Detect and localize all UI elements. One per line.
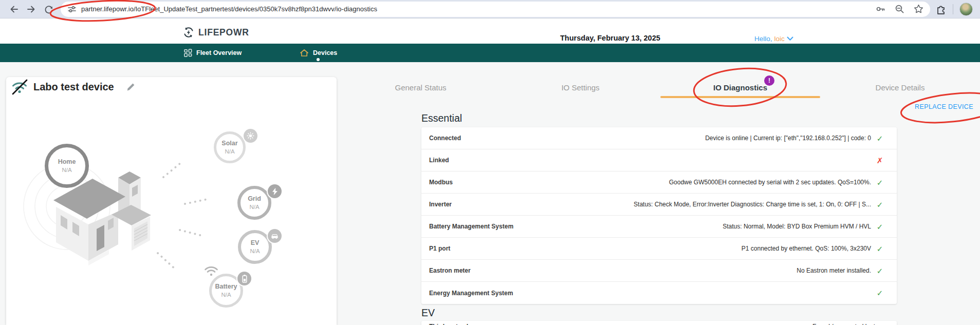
diag-value: Found / connected by t...: [812, 323, 884, 325]
reload-icon: [44, 4, 54, 14]
status-check-icon: ✓: [875, 289, 884, 297]
node-grid: Grid N/A: [237, 186, 271, 220]
ev-badge: [268, 229, 282, 243]
node-value: N/A: [250, 247, 260, 255]
profile-avatar[interactable]: [959, 3, 973, 16]
active-nav-indicator: [317, 58, 320, 61]
diag-label: Connected: [429, 135, 461, 142]
status-check-icon: ✓: [875, 135, 884, 142]
date-label: Thursday, February 13, 2025: [560, 34, 660, 42]
diag-label: Third party charger: [429, 323, 486, 325]
tab-io-settings[interactable]: IO Settings: [501, 77, 660, 99]
node-label: Grid: [248, 195, 261, 203]
diag-value: Status: Normal, Model: BYD Box Premium H…: [723, 223, 875, 230]
sun-icon: [247, 132, 254, 140]
wifi-icon: [203, 265, 219, 277]
grid-icon: [184, 49, 192, 57]
node-label: Solar: [221, 140, 237, 148]
reload-button[interactable]: [40, 2, 58, 17]
diag-label: P1 port: [429, 245, 450, 252]
connector-solar: [163, 163, 181, 177]
username-text: loic: [774, 35, 785, 43]
lifepowr-logo-icon: [182, 26, 195, 39]
status-check-icon: ✓: [875, 223, 884, 231]
extensions-icon[interactable]: [935, 4, 947, 15]
zoom-out-icon[interactable]: [894, 4, 905, 14]
diag-value: Goodwe GW5000EH connected by serial with…: [669, 179, 875, 186]
main-navbar: Fleet Overview Devices: [0, 44, 980, 62]
connector-battery: [158, 253, 176, 270]
diag-row-ems: Energy Management System ✓: [421, 282, 897, 304]
site-settings-icon[interactable]: [67, 4, 77, 14]
car-icon: [270, 232, 279, 240]
nav-label: Devices: [313, 49, 337, 56]
diag-row-eastron-meter: Eastron meter No Eastron meter installed…: [421, 260, 897, 282]
back-button[interactable]: [5, 2, 23, 17]
chevron-down-icon: [787, 36, 793, 41]
solar-badge: [244, 129, 257, 143]
diag-label: Modbus: [429, 179, 453, 186]
section-title-ev: EV: [421, 307, 435, 319]
diag-row-ev-charger: Third party charger Found / connected by…: [421, 321, 897, 325]
diag-row-inverter: Inverter Status: Check Mode, Error:Inver…: [421, 194, 897, 216]
node-value: N/A: [225, 148, 234, 155]
diag-value: Device is online | Current ip: ["eth","1…: [705, 135, 875, 142]
tab-bar: General Status IO Settings IO Diagnostic…: [341, 77, 980, 99]
user-menu[interactable]: Hello, loic: [754, 35, 793, 43]
diag-value: No Eastron meter installed.: [797, 267, 875, 274]
status-check-icon: ✓: [875, 201, 884, 208]
node-value: N/A: [249, 203, 259, 211]
node-label: Battery: [215, 283, 237, 291]
device-panel: Labo test device: [6, 77, 337, 325]
diag-value: Status: Check Mode, Error:Inverter Diagn…: [634, 201, 875, 208]
house-illustration: [6, 77, 337, 325]
browser-toolbar: partner.lifepowr.io/IoTFleet_UpdateTest_…: [0, 0, 980, 18]
house-icon: [300, 49, 309, 57]
node-home: Home N/A: [45, 144, 89, 188]
status-cross-icon: ✗: [875, 157, 884, 164]
toolbar-divider: [953, 4, 953, 14]
diag-label: Eastron meter: [429, 267, 471, 274]
back-arrow-icon: [9, 4, 19, 14]
connector-grid: [185, 199, 207, 204]
diag-row-p1-port: P1 port P1 connected by ethernet. QoS: 1…: [421, 238, 897, 260]
alert-badge: !: [764, 75, 774, 86]
passwords-key-icon[interactable]: [875, 4, 886, 14]
diag-label: Battery Management System: [429, 223, 513, 230]
diag-label: Linked: [429, 157, 449, 164]
tab-io-diagnostics[interactable]: IO Diagnostics: [660, 77, 820, 99]
battery-badge: [237, 272, 251, 285]
node-value: N/A: [221, 291, 231, 298]
diag-row-linked: Linked ✗: [421, 149, 897, 171]
forward-arrow-icon: [26, 4, 36, 14]
bolt-icon: [271, 187, 279, 196]
brand-name: LIFEPOWR: [198, 27, 249, 38]
bookmark-star-icon[interactable]: [913, 4, 924, 14]
brand-logo[interactable]: LIFEPOWR: [182, 26, 249, 39]
connector-ev: [180, 230, 204, 236]
url-bar[interactable]: partner.lifepowr.io/IoTFleet_UpdateTest_…: [61, 2, 930, 17]
diag-label: Inverter: [429, 201, 452, 208]
status-check-icon: ✓: [875, 245, 884, 253]
node-label: Home: [58, 158, 76, 166]
status-check-icon: ✓: [875, 267, 884, 275]
app-header: [0, 18, 980, 44]
grid-badge: [268, 184, 282, 198]
tab-device-details[interactable]: Device Details: [820, 77, 980, 99]
nav-label: Fleet Overview: [196, 49, 242, 56]
diag-label: Energy Management System: [429, 290, 513, 297]
ev-diagnostics-table: Third party charger Found / connected by…: [421, 321, 897, 325]
status-check-icon: ✓: [875, 179, 884, 186]
nav-item-fleet-overview[interactable]: Fleet Overview: [184, 44, 242, 62]
diag-row-modbus: Modbus Goodwe GW5000EH connected by seri…: [421, 171, 897, 194]
tab-general-status[interactable]: General Status: [341, 77, 501, 99]
forward-button[interactable]: [23, 2, 40, 17]
active-tab-underline: [660, 96, 820, 98]
replace-device-button[interactable]: REPLACE DEVICE: [915, 103, 973, 110]
diag-row-connected: Connected Device is online | Current ip:…: [421, 127, 897, 149]
url-text[interactable]: partner.lifepowr.io/IoTFleet_UpdateTest_…: [81, 5, 377, 13]
node-ev: EV N/A: [238, 230, 272, 264]
diag-value: P1 connected by ethernet. QoS: 100%, 3x2…: [742, 245, 875, 252]
diag-row-bms: Battery Management System Status: Normal…: [421, 216, 897, 238]
greeting-text: Hello,: [754, 35, 772, 43]
